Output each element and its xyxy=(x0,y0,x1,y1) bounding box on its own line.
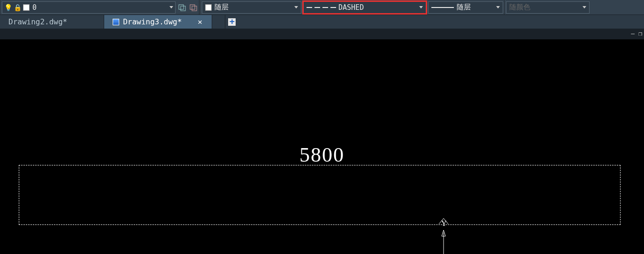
layer-previous-button[interactable] xyxy=(177,2,187,13)
lightbulb-icon: 💡 xyxy=(4,4,12,11)
close-icon[interactable]: ✕ xyxy=(197,18,203,26)
tab-label: Drawing3.dwg* xyxy=(123,17,182,26)
dash-sample-icon xyxy=(330,7,336,8)
dimension-text: 5800 xyxy=(299,143,345,167)
drawn-rectangle xyxy=(19,165,621,225)
svg-rect-2 xyxy=(190,5,195,9)
svg-rect-1 xyxy=(181,6,185,11)
chevron-down-icon xyxy=(583,6,586,8)
dash-sample-icon xyxy=(314,7,320,8)
layer-selector[interactable]: 💡 🔒 0 xyxy=(2,1,176,14)
linetype-selector[interactable]: DASHED xyxy=(303,1,426,14)
tab-drawing3[interactable]: Drawing3.dwg* ✕ xyxy=(104,15,212,29)
color-swatch xyxy=(205,4,212,11)
dash-sample-icon xyxy=(307,7,312,8)
tab-drawing2[interactable]: Drawing2.dwg* xyxy=(0,15,104,29)
layer-name-label: 0 xyxy=(32,3,37,12)
line-sample-icon xyxy=(431,7,454,8)
chevron-down-icon xyxy=(169,6,173,8)
chevron-down-icon xyxy=(294,6,298,8)
svg-rect-3 xyxy=(192,6,197,11)
plus-icon xyxy=(228,18,236,26)
properties-toolbar: 💡 🔒 0 随层 DASHED 随层 随颜色 xyxy=(0,0,644,15)
svg-rect-0 xyxy=(179,5,184,9)
minimize-button[interactable]: — xyxy=(631,30,635,37)
chevron-down-icon xyxy=(419,6,423,8)
separator xyxy=(200,0,201,15)
color-label: 随层 xyxy=(215,3,229,12)
layer-color-swatch xyxy=(23,4,30,11)
lineweight-selector[interactable]: 随层 xyxy=(428,1,503,14)
dwg-file-icon xyxy=(113,19,119,25)
ucs-y-label: Y xyxy=(441,219,447,228)
dash-sample-icon xyxy=(322,7,328,8)
chevron-down-icon xyxy=(496,6,500,8)
workspace-window-controls: — ❐ xyxy=(0,29,644,39)
lock-icon: 🔒 xyxy=(14,4,21,11)
drawing-canvas[interactable]: 5800 Y xyxy=(0,39,644,254)
svg-marker-7 xyxy=(442,230,445,236)
plotstyle-label: 随颜色 xyxy=(509,3,530,12)
layer-states-button[interactable] xyxy=(188,2,199,13)
separator xyxy=(504,0,505,15)
plotstyle-selector[interactable]: 随颜色 xyxy=(506,1,590,14)
lineweight-label: 随层 xyxy=(457,3,471,12)
tab-gap xyxy=(212,15,225,29)
color-selector[interactable]: 随层 xyxy=(202,1,301,14)
separator xyxy=(0,0,1,15)
document-tabbar: Drawing2.dwg* Drawing3.dwg* ✕ xyxy=(0,15,644,29)
restore-button[interactable]: ❐ xyxy=(638,30,642,37)
new-tab-button[interactable] xyxy=(225,15,238,29)
tab-label: Drawing2.dwg* xyxy=(8,17,67,26)
linetype-label: DASHED xyxy=(338,3,364,12)
